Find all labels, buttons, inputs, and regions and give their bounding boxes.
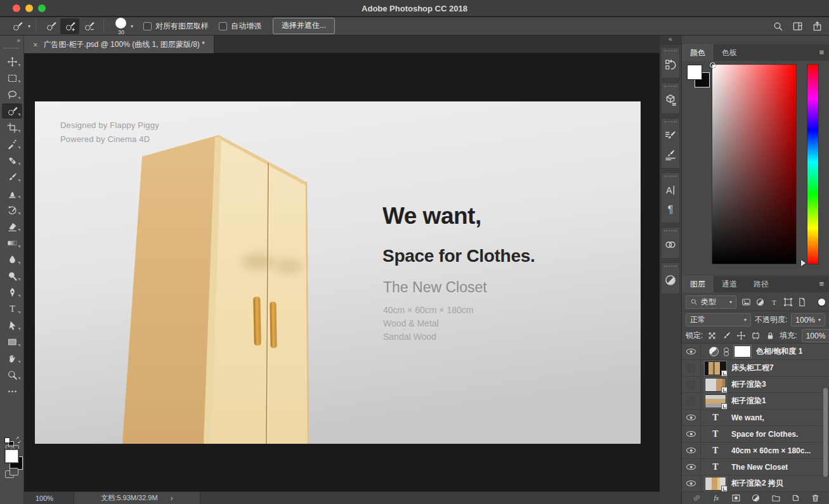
pen-tool[interactable] <box>0 284 24 300</box>
brushes-panel-icon[interactable] <box>664 148 677 161</box>
canvas-pasteboard[interactable]: Designed by Flappy Piggy Powered by Cine… <box>24 53 660 491</box>
properties-panel-icon[interactable] <box>661 91 680 110</box>
new-selection-mode-button[interactable] <box>41 18 60 34</box>
close-tab-icon[interactable]: × <box>33 40 38 49</box>
saturation-brightness-picker[interactable] <box>712 64 797 264</box>
layer-name[interactable]: We want, <box>731 413 764 422</box>
foreground-color-swatch[interactable] <box>687 65 702 80</box>
history-panel-icon[interactable] <box>661 55 680 74</box>
layer-row[interactable]: TWe want, <box>682 410 829 426</box>
panel-menu-icon[interactable]: ≡ <box>819 48 824 57</box>
default-colors-icon[interactable] <box>4 437 10 443</box>
delete-layer-icon[interactable] <box>811 493 820 503</box>
layer-name[interactable]: The New Closet <box>731 463 788 472</box>
expand-tools-icon[interactable]: » <box>16 37 20 44</box>
layers-scrollbar[interactable] <box>823 388 828 477</box>
search-icon[interactable] <box>773 21 783 32</box>
panel-menu-icon[interactable]: ≡ <box>819 279 824 288</box>
layer-visibility-toggle[interactable] <box>682 377 701 392</box>
new-adjustment-layer-icon[interactable] <box>751 493 760 503</box>
brush-size-picker[interactable]: 30 ▾ <box>113 17 133 35</box>
marquee-tool[interactable] <box>0 70 24 86</box>
tab-channels[interactable]: 通道 <box>714 276 745 292</box>
foreground-color-swatch[interactable] <box>4 449 19 463</box>
layer-visibility-toggle[interactable] <box>682 459 701 475</box>
tab-swatches[interactable]: 色板 <box>714 44 745 61</box>
layer-name[interactable]: 柜子渲染3 <box>731 379 766 390</box>
tab-paths[interactable]: 路径 <box>745 276 777 292</box>
add-layer-mask-icon[interactable] <box>731 493 741 503</box>
paragraph-panel-icon[interactable]: ¶ <box>661 200 680 219</box>
tab-color[interactable]: 颜色 <box>682 44 714 61</box>
layer-row[interactable]: 床头柜工程7 <box>682 360 829 377</box>
filter-adjustment-layers-icon[interactable] <box>755 297 765 307</box>
layer-thumbnail[interactable] <box>705 361 726 375</box>
link-layers-icon[interactable] <box>692 493 702 503</box>
color-picker-marker[interactable] <box>710 62 715 68</box>
tools-panel-header[interactable]: » <box>0 37 24 53</box>
layer-visibility-toggle[interactable] <box>682 393 701 409</box>
layer-row[interactable]: TThe New Closet <box>682 459 829 475</box>
filter-shape-layers-icon[interactable] <box>783 297 793 307</box>
layer-row[interactable]: 色相/饱和度 1 <box>682 344 829 360</box>
chevron-down-icon[interactable]: ▾ <box>28 23 30 29</box>
layer-thumbnail[interactable] <box>705 477 726 491</box>
lock-transparency-icon[interactable] <box>707 331 717 340</box>
hue-slider-handle[interactable] <box>801 260 806 266</box>
zoom-tool[interactable] <box>0 366 24 383</box>
layer-visibility-toggle[interactable] <box>682 360 701 376</box>
gradient-tool[interactable] <box>0 235 24 251</box>
brush-tool[interactable] <box>0 169 24 185</box>
layer-visibility-toggle[interactable] <box>682 410 701 425</box>
lock-pixels-icon[interactable] <box>722 331 731 340</box>
screen-mode-button[interactable] <box>5 468 19 479</box>
sample-all-layers-checkbox[interactable]: 对所有图层取样 <box>143 21 209 32</box>
type-tool[interactable]: T <box>0 300 24 317</box>
select-and-mask-button[interactable]: 选择并遮住... <box>273 18 335 34</box>
tool-preset-picker[interactable] <box>8 18 27 34</box>
zoom-level-field[interactable]: 100% <box>36 494 74 502</box>
document-size-info[interactable]: 文档:5.93M/32.9M › <box>74 492 200 504</box>
collapse-dock-icon[interactable]: « <box>669 36 672 42</box>
eyedropper-tool[interactable] <box>0 136 24 152</box>
checkbox-icon[interactable] <box>143 22 152 30</box>
add-to-selection-mode-button[interactable] <box>60 18 79 34</box>
filter-smart-objects-icon[interactable] <box>797 297 807 307</box>
filter-type-layers-icon[interactable]: T <box>769 297 779 307</box>
layer-filter-kind-select[interactable]: 类型 ▾ <box>686 295 736 309</box>
layer-name[interactable]: 柜子渲染2 拷贝 <box>731 478 783 489</box>
auto-enhance-checkbox[interactable]: 自动增强 <box>219 21 261 32</box>
character-panel-icon[interactable]: A <box>664 184 677 197</box>
layer-mask-thumbnail[interactable] <box>734 346 751 358</box>
rectangle-tool[interactable] <box>0 333 24 350</box>
layer-style-fx-icon[interactable]: fx <box>712 493 721 503</box>
layer-thumbnail[interactable] <box>705 394 726 408</box>
cc-libraries-panel-icon[interactable] <box>661 235 680 254</box>
layer-row[interactable]: 柜子渲染3 <box>682 377 829 393</box>
layer-visibility-toggle[interactable] <box>682 344 701 359</box>
hue-slider[interactable] <box>807 64 819 264</box>
canvas-artwork[interactable]: Designed by Flappy Piggy Powered by Cine… <box>35 101 641 444</box>
layer-thumbnail[interactable] <box>705 378 726 392</box>
character-panel-icon[interactable]: A <box>661 181 680 200</box>
filter-pixel-layers-icon[interactable] <box>741 297 751 307</box>
share-image-icon[interactable] <box>812 21 823 32</box>
blur-tool[interactable] <box>0 251 24 268</box>
brushes-panel-icon[interactable] <box>661 145 680 164</box>
layer-visibility-toggle[interactable] <box>682 443 701 458</box>
healing-brush-tool[interactable] <box>0 152 24 169</box>
lock-artboard-icon[interactable] <box>751 331 760 340</box>
blend-mode-select[interactable]: 正常 ▾ <box>686 313 751 326</box>
quick-selection-tool[interactable] <box>0 103 24 119</box>
lock-all-icon[interactable] <box>766 331 775 340</box>
layer-name[interactable]: 床头柜工程7 <box>731 363 774 373</box>
layer-row[interactable]: TSpace for Clothes. <box>682 426 829 443</box>
workspace-switcher-icon[interactable] <box>792 21 803 32</box>
brush-settings-panel-icon[interactable] <box>661 126 680 145</box>
clone-stamp-tool[interactable] <box>0 185 24 202</box>
status-chevron-icon[interactable]: › <box>171 494 173 503</box>
layer-name[interactable]: Space for Clothes. <box>731 430 798 439</box>
edit-toolbar-ellipsis[interactable] <box>0 383 24 399</box>
path-selection-tool[interactable] <box>0 317 24 333</box>
swap-colors-icon[interactable] <box>15 436 22 444</box>
